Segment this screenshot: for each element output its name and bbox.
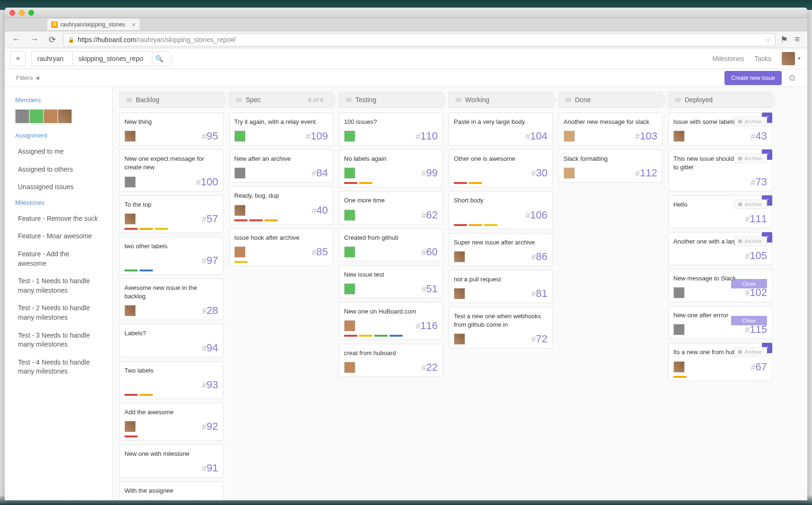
drag-handle-icon[interactable] xyxy=(236,98,242,102)
menu-icon[interactable]: ≡ xyxy=(794,35,800,45)
assignee-avatar-icon[interactable] xyxy=(234,131,246,142)
issue-card[interactable]: two other labels#97 xyxy=(119,237,223,275)
sidebar-toggle-button[interactable]: ≡ xyxy=(10,51,26,66)
column-header[interactable]: Backlog xyxy=(119,92,223,108)
issue-card[interactable]: Another new message for slack#103 xyxy=(558,113,662,146)
breadcrumb-owner[interactable]: rauhryan xyxy=(31,51,72,66)
assignee-avatar-icon[interactable] xyxy=(344,167,355,179)
member-avatar[interactable] xyxy=(29,109,44,123)
sidebar-assignment-item[interactable]: Assigned to me xyxy=(5,143,112,161)
issue-card[interactable]: New one with milestone#91 xyxy=(119,444,223,478)
assignee-avatar-icon[interactable] xyxy=(234,167,246,179)
column-header[interactable]: Spec4 of 4 xyxy=(229,92,333,108)
drag-handle-icon[interactable] xyxy=(456,98,461,102)
issue-card[interactable]: Test a new one when webhooks from github… xyxy=(449,307,553,348)
drag-handle-icon[interactable] xyxy=(675,98,681,102)
issue-card[interactable]: New one expect message for create new#10… xyxy=(119,149,223,191)
member-avatar[interactable] xyxy=(15,109,29,123)
issue-card[interactable]: Add the awesome#92 xyxy=(119,403,223,441)
issue-card[interactable]: creat from huboard#22 xyxy=(339,344,443,377)
issue-card[interactable]: ✓ArchiveAnother one with a large body#10… xyxy=(668,232,772,265)
assignee-avatar-icon[interactable] xyxy=(344,362,355,373)
issue-card[interactable]: Paste in a very large body#104 xyxy=(449,113,553,146)
extension-icon[interactable]: ⚑ xyxy=(780,35,788,45)
url-bar[interactable]: 🔒 https://huboard.com/rauhryan/skipping_… xyxy=(63,33,776,46)
back-button[interactable]: ← xyxy=(9,33,23,46)
column-header[interactable]: Deployed xyxy=(668,92,772,108)
member-avatar[interactable] xyxy=(44,109,58,123)
assignee-avatar-icon[interactable] xyxy=(234,246,246,258)
issue-card[interactable]: ✓ArchiveThis new issue should be pushed … xyxy=(668,149,772,191)
filters-toggle[interactable]: Filters ◀ xyxy=(16,74,39,81)
create-issue-button[interactable]: Create new issue xyxy=(724,71,782,85)
breadcrumb-repo[interactable]: skipping_stones_repo xyxy=(72,51,152,66)
assignee-avatar-icon[interactable] xyxy=(234,205,246,216)
assignee-avatar-icon[interactable] xyxy=(344,320,355,331)
issue-card[interactable]: Other one is awesome#30 xyxy=(449,149,553,187)
forward-button[interactable]: → xyxy=(27,33,41,46)
assignee-avatar-icon[interactable] xyxy=(673,287,685,298)
issue-card[interactable]: Labels?#94 xyxy=(119,324,223,357)
assignee-avatar-icon[interactable] xyxy=(124,421,136,432)
assignee-avatar-icon[interactable] xyxy=(344,131,355,142)
issue-card[interactable]: New issue test#51 xyxy=(339,265,443,298)
assignee-avatar-icon[interactable] xyxy=(344,283,355,295)
assignee-avatar-icon[interactable] xyxy=(564,167,575,179)
assignee-avatar-icon[interactable] xyxy=(673,324,685,335)
assignee-avatar-icon[interactable] xyxy=(454,251,465,262)
issue-card[interactable]: Super new issue after archive#86 xyxy=(449,233,553,266)
archive-button[interactable]: Archive xyxy=(734,200,767,209)
archive-button[interactable]: Archive xyxy=(734,236,767,246)
issue-card[interactable]: ✓ArchiveIssue with some labels#43 xyxy=(668,113,772,146)
drag-handle-icon[interactable] xyxy=(565,98,571,102)
settings-button[interactable]: ⚙ xyxy=(788,73,796,83)
assignee-avatar-icon[interactable] xyxy=(124,305,136,316)
issue-card[interactable]: With the assignee xyxy=(119,481,223,500)
assignee-avatar-icon[interactable] xyxy=(124,213,136,225)
minimize-window-icon[interactable] xyxy=(19,10,25,16)
close-button[interactable]: Close xyxy=(731,316,767,325)
sidebar-milestone-item[interactable]: Test - 4 Needs to handle many milestones xyxy=(5,354,112,381)
sidebar-milestone-item[interactable]: Test - 2 Needs to handle many milestones xyxy=(5,299,112,326)
issue-card[interactable]: Slack formatting#112 xyxy=(558,149,662,183)
issue-card[interactable]: not a pull request#81 xyxy=(449,270,553,303)
issue-card[interactable]: New message to Slack#102Close xyxy=(668,269,772,302)
reload-button[interactable]: ⟳ xyxy=(45,33,59,46)
sidebar-milestone-item[interactable]: Test - 1 Needs to handle many milestones xyxy=(5,272,112,299)
issue-card[interactable]: Awesome new issue in the backlog#28 xyxy=(119,279,223,320)
assignee-avatar-icon[interactable] xyxy=(344,246,355,258)
assignee-avatar-icon[interactable] xyxy=(124,131,136,142)
drag-handle-icon[interactable] xyxy=(346,98,352,102)
archive-button[interactable]: Archive xyxy=(734,154,767,163)
archive-button[interactable]: Archive xyxy=(734,347,767,357)
member-avatar[interactable] xyxy=(58,109,72,123)
issue-card[interactable]: Short body#106 xyxy=(449,191,553,229)
issue-card[interactable]: New one on HuBoard.com#116 xyxy=(339,302,443,340)
zoom-window-icon[interactable] xyxy=(28,10,34,16)
sidebar-assignment-item[interactable]: Assigned to others xyxy=(5,161,112,179)
column-header[interactable]: Done xyxy=(558,92,662,108)
sidebar-assignment-item[interactable]: Unassigned issues xyxy=(5,178,112,196)
bookmark-star-icon[interactable]: ☆ xyxy=(765,36,771,44)
assignee-avatar-icon[interactable] xyxy=(673,361,685,373)
nav-milestones[interactable]: Milestones xyxy=(712,55,744,62)
close-button[interactable]: Close xyxy=(731,279,767,288)
sidebar-milestone-item[interactable]: Feature - Remove the suck xyxy=(5,210,112,228)
column-header[interactable]: Working xyxy=(449,92,553,108)
assignee-avatar-icon[interactable] xyxy=(344,209,355,221)
assignee-avatar-icon[interactable] xyxy=(454,333,465,345)
issue-card[interactable]: One more time#62 xyxy=(339,191,443,224)
issue-card[interactable]: No labels again#99 xyxy=(339,149,443,187)
nav-tasks[interactable]: Tasks xyxy=(754,55,771,62)
user-menu[interactable]: ▼ xyxy=(782,52,802,65)
close-window-icon[interactable] xyxy=(9,10,15,16)
sidebar-milestone-item[interactable]: Feature - Add the awesome xyxy=(5,245,112,272)
tab-close-icon[interactable]: × xyxy=(132,21,136,28)
archive-button[interactable]: Archive xyxy=(734,117,767,126)
issue-card[interactable]: New after an archive#84 xyxy=(229,149,333,183)
issue-card[interactable]: Issue hook after archive#85 xyxy=(229,228,333,266)
assignee-avatar-icon[interactable] xyxy=(454,288,465,299)
issue-card[interactable]: Try it again, with a relay event#109 xyxy=(229,113,333,146)
search-button[interactable]: 🔍 xyxy=(152,51,169,66)
issue-card[interactable]: Created from github#60 xyxy=(339,228,443,261)
